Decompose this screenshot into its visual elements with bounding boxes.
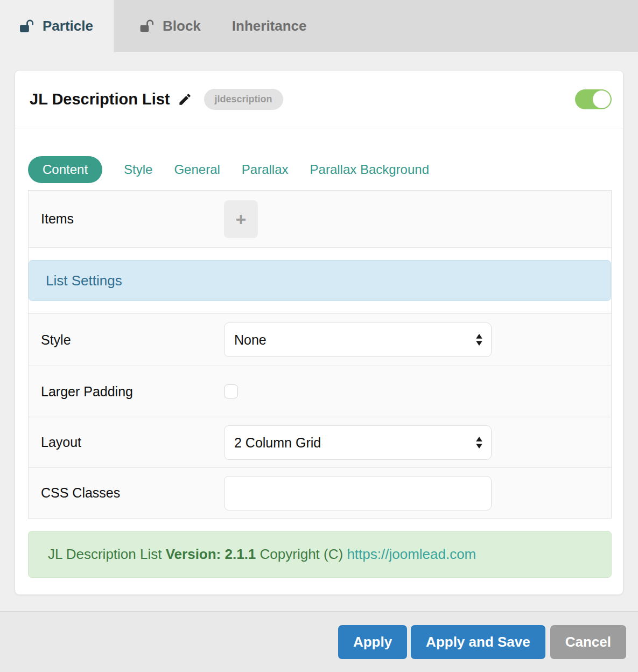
tab-style[interactable]: Style	[124, 162, 152, 177]
version-info-version: Version: 2.1.1	[166, 546, 256, 563]
tab-parallax[interactable]: Parallax	[242, 162, 289, 177]
items-row: Items +	[29, 191, 611, 248]
css-classes-label: CSS Classes	[41, 485, 224, 501]
style-label: Style	[41, 332, 224, 348]
window-tabbar: Particle Block Inheritance	[0, 0, 638, 52]
tab-block[interactable]: Block	[118, 0, 222, 52]
spacer	[29, 248, 611, 260]
list-settings-label: List Settings	[46, 272, 122, 289]
unlock-icon	[139, 19, 155, 34]
style-select[interactable]: None	[224, 323, 492, 357]
style-select-wrap: None	[224, 323, 492, 357]
css-classes-row: CSS Classes	[29, 467, 611, 518]
tab-particle-label: Particle	[43, 18, 93, 34]
layout-select[interactable]: 2 Column Grid	[224, 425, 492, 460]
layout-row: Layout 2 Column Grid	[29, 417, 611, 467]
version-info-middle: Copyright (C)	[256, 546, 347, 563]
version-info-prefix: JL Description List	[48, 546, 166, 563]
tab-inheritance[interactable]: Inheritance	[222, 0, 328, 52]
pencil-icon[interactable]	[178, 92, 192, 107]
layout-select-wrap: 2 Column Grid	[224, 425, 492, 460]
toggle-knob	[593, 90, 611, 108]
enabled-toggle[interactable]	[575, 89, 612, 109]
list-settings-header: List Settings	[29, 260, 611, 301]
settings-form: Items + List Settings Style None Lar	[28, 190, 612, 519]
tab-general[interactable]: General	[174, 162, 220, 177]
apply-button[interactable]: Apply	[338, 625, 407, 659]
layout-label: Layout	[41, 435, 224, 450]
larger-padding-label: Larger Padding	[41, 384, 224, 400]
title-divider	[15, 129, 623, 129]
version-info-box: JL Description List Version: 2.1.1 Copyr…	[28, 531, 612, 578]
tab-block-label: Block	[163, 18, 201, 34]
spacer	[29, 301, 611, 313]
tab-parallax-background[interactable]: Parallax Background	[310, 162, 429, 177]
style-row: Style None	[29, 313, 611, 366]
add-item-button[interactable]: +	[224, 200, 258, 238]
cancel-button[interactable]: Cancel	[550, 625, 626, 659]
larger-padding-checkbox[interactable]	[224, 384, 238, 398]
particle-title: JL Description List	[30, 90, 170, 108]
unlock-icon	[19, 19, 34, 34]
content-tabs: Content Style General Parallax Parallax …	[28, 156, 612, 183]
tab-particle[interactable]: Particle	[0, 0, 114, 52]
particle-key-badge: jldescription	[204, 89, 283, 110]
items-label: Items	[41, 211, 224, 227]
css-classes-input[interactable]	[224, 476, 492, 510]
apply-and-save-button[interactable]: Apply and Save	[411, 625, 545, 659]
larger-padding-row: Larger Padding	[29, 366, 611, 417]
action-footer: Apply Apply and Save Cancel	[0, 611, 638, 672]
tab-content[interactable]: Content	[28, 156, 102, 183]
title-row: JL Description List jldescription	[28, 86, 612, 113]
joomlead-link[interactable]: https://joomlead.com	[347, 546, 476, 563]
particle-settings-card: JL Description List jldescription Conten…	[15, 70, 623, 595]
tab-inheritance-label: Inheritance	[232, 18, 307, 34]
